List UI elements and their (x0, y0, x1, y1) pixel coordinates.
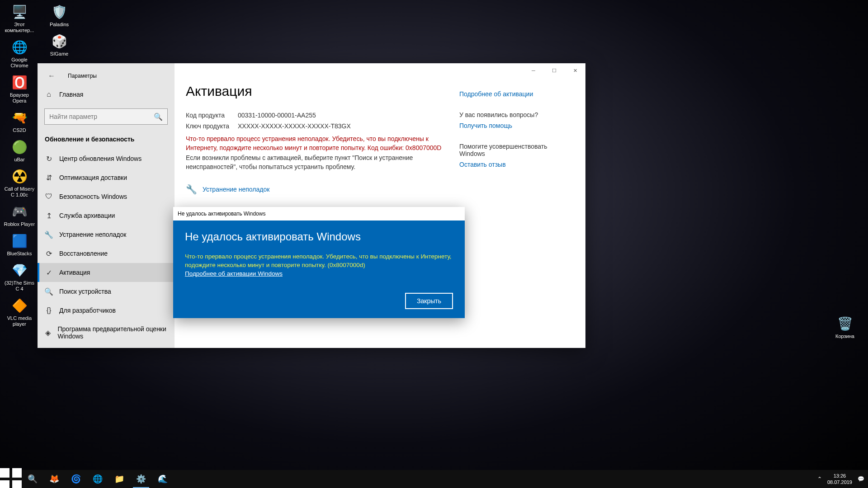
dialog-body: Не удалось активировать Windows Что-то п… (173, 221, 465, 318)
taskbar-app-firefox[interactable]: 🦊 (43, 470, 65, 488)
ico-paladins (50, 3, 68, 21)
back-button[interactable]: ← (44, 70, 59, 82)
feedback-link[interactable]: Оставить отзыв (459, 161, 557, 168)
category-label: Обновление и безопасность (38, 129, 175, 149)
sidebar-item[interactable]: ↻Центр обновления Windows (38, 149, 175, 168)
desktop-icon-label: SIGame (50, 51, 68, 57)
desktop-icon[interactable]: Google Chrome (2, 37, 37, 70)
taskbar-app-edge[interactable]: 🌊 (152, 470, 174, 488)
settings-app-title: Параметры (68, 73, 97, 79)
dialog-learn-more-link[interactable]: Подробнее об активации Windows (185, 270, 283, 277)
ico-chrome (10, 38, 28, 56)
search-box[interactable]: 🔍 (44, 108, 168, 125)
troubleshoot-label: Устранение неполадок (203, 186, 269, 193)
desktop-icon-label: Roblox Player (4, 221, 35, 227)
desktop-icon[interactable]: Roblox Player (2, 202, 37, 228)
desktop-icon-label: Paladins (50, 22, 69, 28)
get-help-link[interactable]: Получить помощь (459, 122, 557, 129)
dialog-message: Что-то прервало процесс устранения непол… (185, 252, 453, 269)
trash-icon (836, 314, 854, 333)
ico-si (50, 32, 68, 50)
close-button[interactable]: ✕ (565, 63, 585, 78)
sidebar-item[interactable]: ⇵Оптимизация доставки (38, 168, 175, 187)
sidebar-item[interactable]: ✓Активация (38, 263, 175, 282)
sidebar-item[interactable]: ◈Программа предварительной оценки Window… (38, 320, 175, 345)
nav-icon: {} (45, 306, 53, 314)
nav-icon: ⟳ (45, 249, 53, 258)
desktop-icon[interactable]: Call of Misery C 1.00c (2, 166, 37, 199)
right-panel: Подробнее об активации У вас появились в… (455, 63, 568, 348)
maximize-button[interactable]: ☐ (544, 63, 565, 78)
nav-home-label: Главная (59, 91, 83, 98)
ico-cs2d (10, 108, 28, 127)
desktop-icon[interactable]: SIGame (42, 31, 77, 58)
improve-label: Помогите усовершенствовать Windows (459, 143, 557, 157)
desktop-icon[interactable]: CS2D (2, 108, 37, 134)
sidebar-item[interactable]: 🛡Безопасность Windows (38, 187, 175, 206)
nav-list: ↻Центр обновления Windows⇵Оптимизация до… (38, 149, 175, 345)
sidebar-item-label: Для разработчиков (59, 307, 116, 314)
ico-vlc (10, 296, 28, 314)
svg-rect-1 (12, 468, 22, 478)
taskbar-app-settings[interactable]: ⚙️ (130, 470, 152, 488)
taskbar: 🔍 🦊 🌀 🌐 📁 ⚙️ 🌊 ⌃ 13:26 08.07.2019 💬 (0, 470, 868, 488)
desktop-icon-label: CS2D (13, 127, 26, 133)
sidebar-item[interactable]: ↥Служба архивации (38, 206, 175, 225)
system-tray[interactable]: ⌃ 13:26 08.07.2019 💬 (817, 473, 868, 485)
desktop-icon[interactable]: uBar (2, 137, 37, 164)
sidebar-item[interactable]: 🔧Устранение неполадок (38, 225, 175, 244)
tray-time: 13:26 (827, 473, 852, 479)
sidebar-item-label: Центр обновления Windows (59, 155, 142, 162)
tray-chevron-up-icon[interactable]: ⌃ (817, 476, 822, 482)
sidebar-item-label: Активация (59, 269, 90, 276)
svg-rect-2 (0, 480, 9, 488)
desktop-icon[interactable]: BlueStacks (2, 231, 37, 258)
questions-label: У вас появились вопросы? (459, 111, 557, 118)
nav-icon: ◈ (45, 328, 52, 337)
desktop-icon-label: Браузер Opera (3, 92, 36, 104)
sidebar-item[interactable]: {}Для разработчиков (38, 301, 175, 320)
desktop-icon-label: (32)The Sims C 4 (3, 280, 36, 292)
error-text: Что-то прервало процесс устранения непол… (186, 134, 443, 152)
sidebar-item-label: Служба архивации (59, 212, 115, 219)
desktop-icon-label: Google Chrome (3, 57, 36, 69)
desktop-icon-label: Этот компьютер... (3, 22, 36, 33)
tray-clock[interactable]: 13:26 08.07.2019 (827, 473, 852, 485)
desktop-icon[interactable]: Paladins (42, 2, 77, 28)
search-button[interactable]: 🔍 (22, 470, 43, 488)
taskbar-app-blizzard[interactable]: 🌀 (65, 470, 87, 488)
taskbar-app-explorer[interactable]: 📁 (108, 470, 130, 488)
search-input[interactable] (49, 113, 154, 120)
settings-sidebar: ← Параметры ⌂ Главная 🔍 Обновление и без… (38, 63, 175, 348)
desktop-icon[interactable]: VLC media player (2, 296, 37, 328)
desktop-icon-trash[interactable]: Корзина (827, 314, 863, 340)
taskbar-app-chrome[interactable]: 🌐 (87, 470, 108, 488)
start-button[interactable] (0, 470, 22, 488)
sidebar-item[interactable]: 🔍Поиск устройства (38, 282, 175, 301)
dialog-title: Не удалось активировать Windows (185, 230, 453, 243)
svg-rect-3 (12, 480, 22, 488)
ico-sims (10, 261, 28, 279)
troubleshoot-link[interactable]: 🔧 Устранение неполадок (186, 184, 443, 195)
nav-home[interactable]: ⌂ Главная (38, 85, 175, 104)
desktop-icon[interactable]: Этот компьютер... (2, 2, 37, 34)
desktop-icon-label: Call of Misery C 1.00c (3, 186, 36, 198)
search-icon: 🔍 (154, 113, 163, 121)
desktop-icon[interactable]: (32)The Sims C 4 (2, 260, 37, 293)
desktop-icon-label: VLC media player (3, 315, 36, 327)
dialog-close-button[interactable]: Закрыть (405, 293, 453, 309)
product-code-value: 00331-10000-00001-AA255 (238, 112, 316, 119)
learn-more-link[interactable]: Подробнее об активации (459, 90, 557, 98)
desktop-icon[interactable]: Браузер Opera (2, 72, 37, 105)
trash-label: Корзина (835, 333, 854, 339)
nav-icon: 🔧 (45, 230, 53, 239)
windows-icon (0, 468, 22, 488)
product-key-row: Ключ продукта XXXXX-XXXXX-XXXXX-XXXXX-T8… (186, 122, 443, 130)
minimize-button[interactable]: ─ (523, 63, 544, 78)
ico-bs (10, 232, 28, 250)
ico-ubar (10, 138, 28, 156)
nav-icon: ↥ (45, 211, 53, 220)
sidebar-item[interactable]: ⟳Восстановление (38, 244, 175, 263)
notifications-icon[interactable]: 💬 (858, 476, 864, 482)
tray-date: 08.07.2019 (827, 479, 852, 485)
